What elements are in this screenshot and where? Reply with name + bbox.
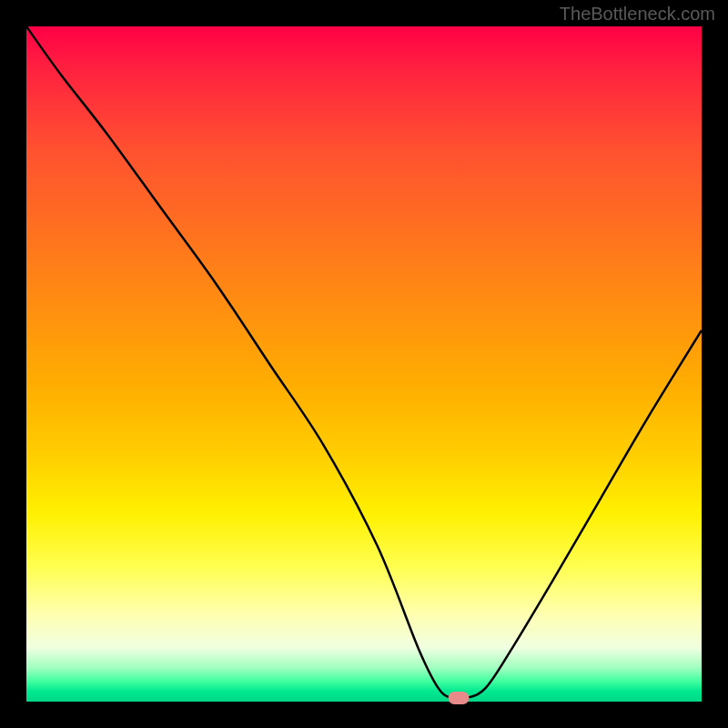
chart-curve-svg: [26, 26, 702, 702]
watermark-text: TheBottleneck.com: [560, 4, 715, 25]
chart-plot-area: [26, 26, 702, 702]
bottleneck-curve-line: [26, 26, 702, 700]
optimal-point-marker: [448, 692, 469, 704]
